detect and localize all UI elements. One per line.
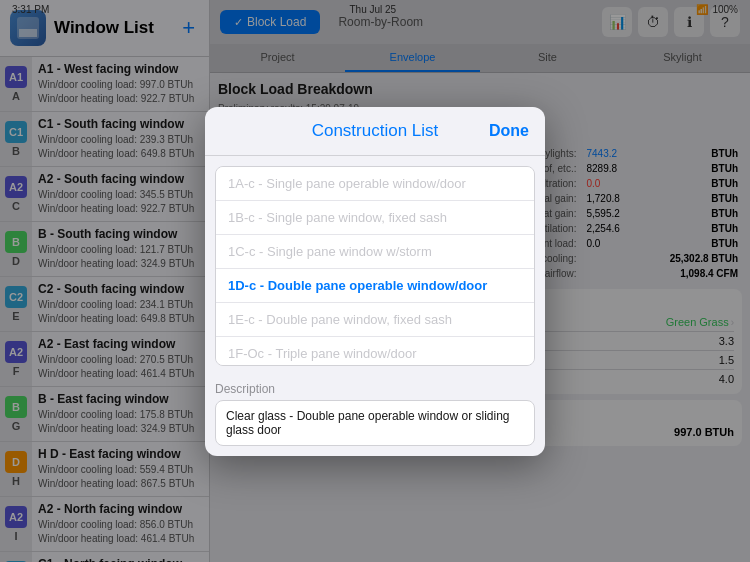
description-text: Clear glass - Double pane operable windo… <box>215 400 535 446</box>
description-label: Description <box>215 382 535 396</box>
construction-list-item[interactable]: 1F-Oc - Triple pane window/door <box>216 337 534 366</box>
modal-title: Construction List <box>261 121 489 141</box>
modal-construction-list: 1A-c - Single pane operable window/door1… <box>215 166 535 366</box>
construction-list-item[interactable]: 1D-c - Double pane operable window/door <box>216 269 534 303</box>
construction-list-item[interactable]: 1B-c - Single pane window, fixed sash <box>216 201 534 235</box>
construction-list-item[interactable]: 1C-c - Single pane window w/storm <box>216 235 534 269</box>
modal-description-section: Description Clear glass - Double pane op… <box>205 376 545 456</box>
construction-list-item[interactable]: 1E-c - Double pane window, fixed sash <box>216 303 534 337</box>
modal-done-button[interactable]: Done <box>489 122 529 140</box>
modal-header: Construction List Done <box>205 107 545 156</box>
construction-list-item[interactable]: 1A-c - Single pane operable window/door <box>216 167 534 201</box>
modal-overlay: Construction List Done 1A-c - Single pan… <box>0 0 750 562</box>
construction-list-modal: Construction List Done 1A-c - Single pan… <box>205 107 545 456</box>
